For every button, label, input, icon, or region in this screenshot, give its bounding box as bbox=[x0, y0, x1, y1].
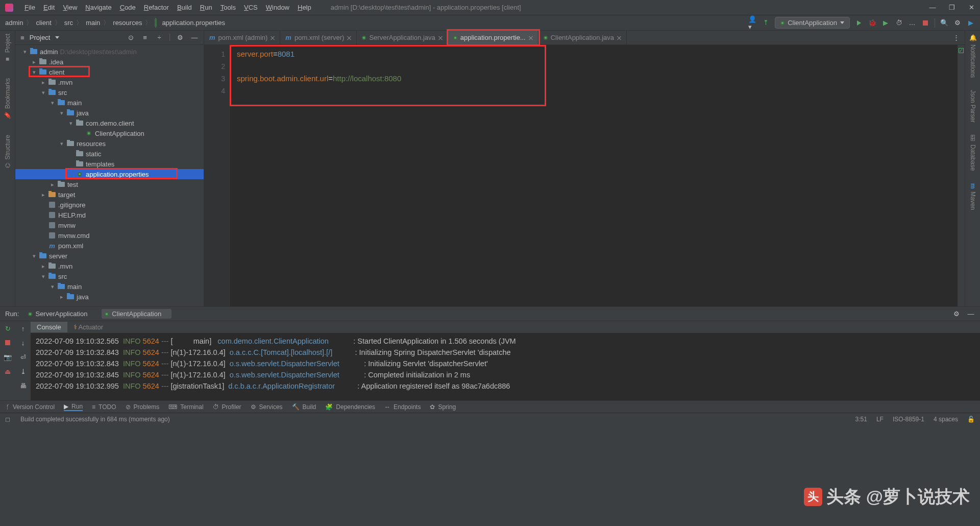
editor-tab[interactable]: ClientApplication.java bbox=[538, 31, 627, 44]
bottom-tool-run[interactable]: ▶Run bbox=[64, 403, 83, 411]
project-tree[interactable]: ▾admin D:\desktop\test\test\admin▸.idea▾… bbox=[15, 45, 204, 306]
bottom-tool-endpoints[interactable]: ↔Endpoints bbox=[384, 403, 421, 411]
stop-icon[interactable] bbox=[921, 19, 929, 27]
code-area[interactable]: 1234 server.port=8081 spring.boot.admin.… bbox=[204, 45, 965, 306]
status-square-icon[interactable]: ◻ bbox=[5, 416, 10, 423]
bottom-tool-todo[interactable]: ≡TODO bbox=[92, 403, 116, 411]
tool-notifications[interactable]: 🔔 Notifications bbox=[969, 34, 976, 78]
tree-node-java[interactable]: ▸java bbox=[15, 292, 204, 302]
tree-node-src[interactable]: ▾src bbox=[15, 271, 204, 281]
tree-node-com-demo-client[interactable]: ▾com.demo.client bbox=[15, 118, 204, 128]
run-tab[interactable]: ClientApplication bbox=[102, 309, 172, 319]
tree-node--mvn[interactable]: ▸.mvn bbox=[15, 77, 204, 87]
editor-tab[interactable]: mpom.xml (server) bbox=[280, 31, 357, 44]
tool-project[interactable]: ■ Project bbox=[4, 34, 11, 63]
print-icon[interactable]: 🖶 bbox=[19, 381, 27, 390]
tool-database[interactable]: 🗄 Database bbox=[969, 135, 976, 171]
close-tab-icon[interactable] bbox=[164, 312, 168, 316]
bottom-tool-profiler[interactable]: ⏱Profiler bbox=[213, 403, 241, 411]
caret-position[interactable]: 3:51 bbox=[855, 416, 867, 423]
menu-refactor[interactable]: Refactor bbox=[140, 2, 173, 13]
bottom-tool-version-control[interactable]: ᚶVersion Control bbox=[6, 403, 55, 411]
rerun-icon[interactable]: ↻ bbox=[4, 324, 12, 332]
tree-node-server[interactable]: ▾server bbox=[15, 251, 204, 261]
tool-json-parser[interactable]: Json Parser bbox=[969, 90, 976, 123]
menu-code[interactable]: Code bbox=[116, 2, 140, 13]
tree-node--mvn[interactable]: ▸.mvn bbox=[15, 261, 204, 271]
readonly-icon[interactable]: 🔓 bbox=[967, 416, 975, 423]
bottom-tool-spring[interactable]: ✿Spring bbox=[430, 403, 456, 411]
tree-node-main[interactable]: ▾main bbox=[15, 281, 204, 292]
run-tab[interactable]: ServerApplication bbox=[25, 309, 97, 319]
close-tab-icon[interactable] bbox=[90, 312, 94, 316]
editor-tab[interactable]: application.propertie... bbox=[448, 31, 538, 44]
chevron-down-icon[interactable] bbox=[55, 36, 59, 39]
menu-window[interactable]: Window bbox=[262, 2, 293, 13]
tree-node-main[interactable]: ▾main bbox=[15, 98, 204, 108]
run-config-dropdown[interactable]: ClientApplication bbox=[775, 17, 850, 29]
settings-icon[interactable]: ⚙ bbox=[953, 19, 962, 27]
menu-vcs[interactable]: VCS bbox=[240, 2, 262, 13]
tree-node-templates[interactable]: templates bbox=[15, 159, 204, 169]
menu-navigate[interactable]: Navigate bbox=[81, 2, 115, 13]
tool-maven[interactable]: m Maven bbox=[969, 183, 976, 210]
bottom-tool-dependencies[interactable]: 🧩Dependencies bbox=[325, 403, 375, 411]
minimize-icon[interactable]: — bbox=[929, 4, 936, 11]
stop-icon[interactable] bbox=[4, 339, 12, 347]
menu-build[interactable]: Build bbox=[173, 2, 196, 13]
menu-run[interactable]: Run bbox=[196, 2, 216, 13]
bottom-tool-build[interactable]: 🔨Build bbox=[292, 403, 316, 411]
breadcrumb-item[interactable]: application.properties bbox=[162, 19, 225, 27]
gear-icon[interactable]: ⚙ bbox=[176, 34, 184, 42]
gear-icon[interactable]: ⚙ bbox=[952, 310, 961, 318]
close-tab-icon[interactable] bbox=[271, 36, 275, 40]
tabs-more-icon[interactable]: ⋮ bbox=[948, 34, 965, 41]
menu-tools[interactable]: Tools bbox=[216, 2, 240, 13]
profile-icon[interactable]: ⏱ bbox=[895, 19, 903, 27]
file-encoding[interactable]: ISO-8859-1 bbox=[893, 416, 924, 423]
search-icon[interactable]: 🔍 bbox=[940, 19, 948, 27]
tree-node-admin[interactable]: ▾admin D:\desktop\test\test\admin bbox=[15, 46, 204, 57]
tool-bookmarks[interactable]: 🔖 Bookmarks bbox=[4, 78, 11, 119]
subtab-console[interactable]: Console bbox=[31, 322, 67, 332]
learn-icon[interactable]: ▶ bbox=[967, 19, 975, 27]
tree-node-pom-xml[interactable]: mpom.xml bbox=[15, 241, 204, 251]
scroll-icon[interactable]: ⤓ bbox=[19, 367, 27, 375]
close-tab-icon[interactable] bbox=[438, 36, 443, 40]
debug-icon[interactable]: 🐞 bbox=[868, 19, 876, 27]
bottom-tool-problems[interactable]: ⊘Problems bbox=[126, 403, 160, 411]
expand-all-icon[interactable]: ≡ bbox=[141, 34, 149, 42]
editor-tab[interactable]: mpom.xml (admin) bbox=[204, 31, 280, 44]
coverage-icon[interactable]: ▶ bbox=[881, 19, 890, 27]
tree-node-static[interactable]: static bbox=[15, 149, 204, 159]
tree-node-mvnw-cmd[interactable]: mvnw.cmd bbox=[15, 230, 204, 241]
tree-node-client[interactable]: ▾client bbox=[15, 67, 204, 77]
menu-view[interactable]: View bbox=[59, 2, 81, 13]
maximize-icon[interactable]: ❐ bbox=[948, 4, 955, 11]
tree-node--idea[interactable]: ▸.idea bbox=[15, 57, 204, 67]
hide-icon[interactable]: — bbox=[967, 310, 975, 318]
breadcrumb-item[interactable]: main bbox=[86, 19, 100, 27]
tree-node-ClientApplication[interactable]: ClientApplication bbox=[15, 128, 204, 138]
collapse-all-icon[interactable]: ÷ bbox=[155, 34, 163, 42]
line-separator[interactable]: LF bbox=[876, 416, 884, 423]
exit-icon[interactable]: ⏏ bbox=[4, 367, 12, 375]
close-tab-icon[interactable] bbox=[617, 36, 621, 40]
up-icon[interactable]: ↑ bbox=[19, 324, 27, 332]
camera-icon[interactable]: 📷 bbox=[4, 353, 12, 361]
tree-node-HELP-md[interactable]: HELP.md bbox=[15, 210, 204, 220]
console-output[interactable]: 2022-07-09 19:10:32.565 INFO 5624 --- [ … bbox=[31, 333, 980, 400]
code-content[interactable]: server.port=8081 spring.boot.admin.clien… bbox=[230, 45, 958, 306]
attach-icon[interactable]: … bbox=[908, 19, 916, 27]
close-icon[interactable]: ✕ bbox=[968, 4, 975, 11]
menu-file[interactable]: File bbox=[20, 2, 39, 13]
subtab-actuator[interactable]: ⚕ Actuator bbox=[67, 322, 109, 332]
build-icon[interactable]: ⤒ bbox=[762, 19, 770, 27]
close-tab-icon[interactable] bbox=[529, 36, 533, 40]
tree-node-application-properties[interactable]: application.properties bbox=[15, 169, 204, 179]
user-icon[interactable]: 👤▾ bbox=[748, 19, 756, 27]
breadcrumb-item[interactable]: src bbox=[64, 19, 73, 27]
bottom-tool-services[interactable]: ⚙Services bbox=[251, 403, 283, 411]
tree-node-java[interactable]: ▾java bbox=[15, 108, 204, 118]
breadcrumb-item[interactable]: client bbox=[36, 19, 51, 27]
